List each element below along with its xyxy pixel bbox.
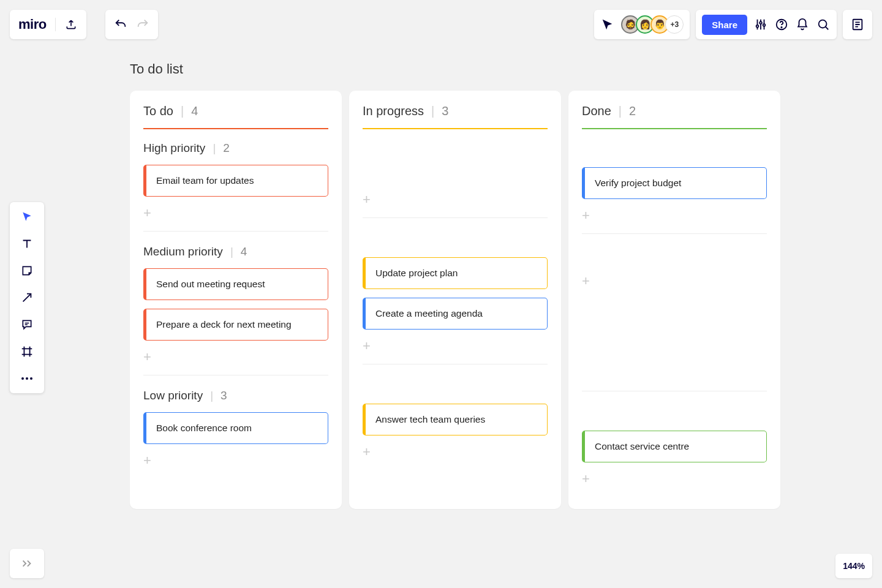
column-in-progress: In progress | 3 + Update project plan Cr… [349,91,561,509]
column-count: 4 [191,104,198,118]
spacer [582,141,767,167]
svg-point-7 [21,377,24,380]
logo-toolbar: miro [10,10,86,39]
undo-icon[interactable] [114,18,127,31]
section-label: High priority [143,141,205,155]
spacer [363,141,548,192]
section-divider [143,375,328,375]
frame-tool[interactable] [18,343,36,360]
card[interactable]: Prepare a deck for next meeting [143,309,328,341]
column-count: 2 [629,104,636,118]
separator: | [619,104,622,118]
column-todo: To do | 4 High priority | 2 Email team f… [130,91,342,509]
more-tools[interactable] [18,370,36,387]
separator: | [431,104,434,118]
svg-point-4 [781,27,782,28]
section-medium-priority[interactable]: Medium priority | 4 [143,245,328,258]
column-rule [143,128,328,129]
spacer [582,405,767,431]
add-card-button[interactable]: + [143,205,328,221]
top-right-cluster: 🧔 👩 👨 +3 Share [594,10,872,39]
bell-icon[interactable] [795,17,810,32]
add-card-button[interactable]: + [143,349,328,365]
section-count: 2 [223,141,230,155]
add-card-button[interactable]: + [582,471,767,487]
section-count: 3 [221,389,227,402]
add-card-button[interactable]: + [582,273,767,289]
add-card-button[interactable]: + [363,444,548,460]
comment-tool[interactable] [18,316,36,333]
sticky-note-tool[interactable] [18,262,36,279]
spacer [363,378,548,404]
add-card-button[interactable]: + [582,208,767,224]
arrow-tool[interactable] [18,289,36,306]
card[interactable]: Book conference room [143,412,328,444]
separator: | [181,104,184,118]
select-tool[interactable] [18,208,36,225]
collab-bar: 🧔 👩 👨 +3 [594,10,690,39]
column-rule [363,128,548,129]
section-divider [363,217,548,218]
sliders-icon[interactable] [753,17,768,32]
card[interactable]: Send out meeting request [143,268,328,300]
add-card-button[interactable]: + [363,192,548,208]
board-title[interactable]: To do list [130,61,780,77]
cursor-follow-icon[interactable] [600,17,615,32]
columns: To do | 4 High priority | 2 Email team f… [130,91,780,509]
spacer [582,247,767,273]
card[interactable]: Contact service centre [582,431,767,462]
spacer [582,295,767,381]
separator: | [210,389,213,402]
add-card-button[interactable]: + [363,338,548,354]
svg-point-5 [819,20,827,28]
column-title: Done [582,104,611,118]
section-divider [582,391,767,391]
svg-point-0 [756,25,759,28]
separator: | [230,245,233,258]
search-icon[interactable] [816,17,831,32]
kanban-board: To do list To do | 4 High priority | 2 E… [130,61,780,509]
column-header[interactable]: Done | 2 [582,104,767,118]
divider [55,18,56,31]
column-header[interactable]: To do | 4 [143,104,328,118]
section-high-priority[interactable]: High priority | 2 [143,141,328,155]
redo-icon [136,18,149,31]
column-done: Done | 2 Verify project budget + + Conta… [568,91,780,509]
svg-point-9 [30,377,32,380]
collaborator-avatars[interactable]: 🧔 👩 👨 +3 [621,15,684,34]
expand-panel-button[interactable] [10,549,44,578]
zoom-indicator[interactable]: 144% [835,554,872,578]
spacer [363,232,548,257]
column-rule [582,128,767,129]
svg-point-8 [26,377,28,380]
card[interactable]: Email team for updates [143,165,328,197]
card[interactable]: Verify project budget [582,167,767,199]
upload-icon[interactable] [64,18,78,31]
column-header[interactable]: In progress | 3 [363,104,548,118]
card[interactable]: Update project plan [363,257,548,289]
share-button[interactable]: Share [702,15,747,35]
tool-palette [10,202,44,393]
section-divider [363,364,548,364]
add-card-button[interactable]: + [143,453,328,469]
section-count: 4 [241,245,247,258]
notes-panel-button[interactable] [843,10,872,39]
separator: | [213,141,216,155]
help-icon[interactable] [774,17,789,32]
section-label: Low priority [143,389,203,402]
card[interactable]: Create a meeting agenda [363,298,548,330]
avatar-overflow[interactable]: +3 [665,15,684,34]
miro-logo[interactable]: miro [18,17,47,32]
text-tool[interactable] [18,235,36,252]
column-title: To do [143,104,173,118]
section-divider [582,233,767,234]
svg-point-1 [760,21,762,24]
history-toolbar [105,10,158,39]
actions-bar: Share [696,10,837,39]
section-divider [143,231,328,232]
card[interactable]: Answer tech team queries [363,404,548,435]
section-label: Medium priority [143,245,223,258]
section-low-priority[interactable]: Low priority | 3 [143,389,328,402]
column-title: In progress [363,104,424,118]
svg-point-2 [763,24,766,26]
